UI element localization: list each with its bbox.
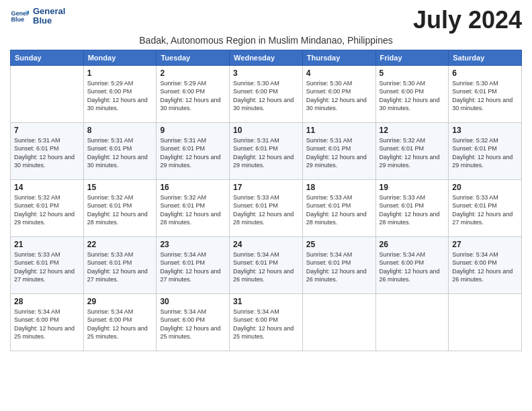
day-info: Sunrise: 5:32 AMSunset: 6:01 PMDaylight:… [160, 193, 226, 227]
day-info: Sunrise: 5:34 AMSunset: 6:00 PMDaylight:… [87, 308, 153, 341]
calendar-cell: 3Sunrise: 5:30 AMSunset: 6:00 PMDaylight… [230, 65, 303, 122]
day-number: 28 [14, 297, 80, 306]
calendar-cell: 24Sunrise: 5:34 AMSunset: 6:01 PMDayligh… [230, 236, 303, 293]
day-number: 31 [233, 297, 299, 306]
calendar-cell: 27Sunrise: 5:34 AMSunset: 6:00 PMDayligh… [449, 236, 522, 293]
calendar-cell [302, 293, 375, 351]
calendar-cell: 31Sunrise: 5:34 AMSunset: 6:00 PMDayligh… [230, 293, 303, 351]
calendar-cell: 10Sunrise: 5:31 AMSunset: 6:01 PMDayligh… [230, 122, 303, 179]
day-info: Sunrise: 5:34 AMSunset: 6:00 PMDaylight:… [160, 308, 226, 341]
calendar-cell: 28Sunrise: 5:34 AMSunset: 6:00 PMDayligh… [11, 293, 84, 351]
calendar-cell: 11Sunrise: 5:31 AMSunset: 6:01 PMDayligh… [302, 122, 375, 179]
calendar-cell: 18Sunrise: 5:33 AMSunset: 6:01 PMDayligh… [302, 179, 375, 236]
day-info: Sunrise: 5:34 AMSunset: 6:01 PMDaylight:… [160, 250, 226, 284]
day-number: 19 [380, 183, 445, 192]
calendar-cell: 23Sunrise: 5:34 AMSunset: 6:01 PMDayligh… [157, 236, 230, 293]
calendar-cell: 5Sunrise: 5:30 AMSunset: 6:00 PMDaylight… [375, 65, 449, 122]
calendar-cell [375, 293, 449, 351]
weekday-header-row: SundayMondayTuesdayWednesdayThursdayFrid… [11, 50, 522, 65]
day-info: Sunrise: 5:33 AMSunset: 6:01 PMDaylight:… [233, 193, 299, 227]
day-info: Sunrise: 5:31 AMSunset: 6:01 PMDaylight:… [14, 136, 80, 170]
calendar-week-row: 1Sunrise: 5:29 AMSunset: 6:00 PMDaylight… [11, 65, 522, 122]
day-info: Sunrise: 5:29 AMSunset: 6:00 PMDaylight:… [87, 79, 153, 113]
day-number: 5 [380, 68, 445, 78]
day-number: 7 [14, 126, 80, 135]
day-number: 18 [306, 183, 372, 192]
calendar-cell: 8Sunrise: 5:31 AMSunset: 6:01 PMDaylight… [83, 122, 157, 179]
calendar-cell: 22Sunrise: 5:33 AMSunset: 6:01 PMDayligh… [83, 236, 157, 293]
day-info: Sunrise: 5:33 AMSunset: 6:01 PMDaylight:… [380, 193, 445, 227]
day-info: Sunrise: 5:29 AMSunset: 6:00 PMDaylight:… [160, 79, 226, 113]
calendar-week-row: 14Sunrise: 5:32 AMSunset: 6:01 PMDayligh… [11, 179, 522, 236]
calendar-cell: 9Sunrise: 5:31 AMSunset: 6:01 PMDaylight… [157, 122, 230, 179]
calendar-cell: 6Sunrise: 5:30 AMSunset: 6:01 PMDaylight… [449, 65, 522, 122]
day-number: 9 [160, 126, 226, 135]
day-info: Sunrise: 5:30 AMSunset: 6:00 PMDaylight:… [233, 79, 299, 113]
calendar-cell: 29Sunrise: 5:34 AMSunset: 6:00 PMDayligh… [83, 293, 157, 351]
day-info: Sunrise: 5:34 AMSunset: 6:00 PMDaylight:… [14, 308, 80, 341]
calendar-cell: 7Sunrise: 5:31 AMSunset: 6:01 PMDaylight… [11, 122, 84, 179]
calendar-week-row: 7Sunrise: 5:31 AMSunset: 6:01 PMDaylight… [11, 122, 522, 179]
calendar-week-row: 21Sunrise: 5:33 AMSunset: 6:01 PMDayligh… [11, 236, 522, 293]
day-info: Sunrise: 5:31 AMSunset: 6:01 PMDaylight:… [87, 136, 153, 170]
calendar-cell: 19Sunrise: 5:33 AMSunset: 6:01 PMDayligh… [375, 179, 449, 236]
weekday-header-saturday: Saturday [449, 50, 522, 65]
day-info: Sunrise: 5:31 AMSunset: 6:01 PMDaylight:… [160, 136, 226, 170]
calendar-cell: 13Sunrise: 5:32 AMSunset: 6:01 PMDayligh… [449, 122, 522, 179]
day-number: 22 [87, 240, 153, 249]
logo-line1: General [33, 7, 65, 16]
day-info: Sunrise: 5:32 AMSunset: 6:01 PMDaylight:… [380, 136, 445, 170]
weekday-header-thursday: Thursday [302, 50, 375, 65]
calendar-cell: 2Sunrise: 5:29 AMSunset: 6:00 PMDaylight… [157, 65, 230, 122]
calendar-cell: 16Sunrise: 5:32 AMSunset: 6:01 PMDayligh… [157, 179, 230, 236]
weekday-header-friday: Friday [375, 50, 449, 65]
day-info: Sunrise: 5:31 AMSunset: 6:01 PMDaylight:… [306, 136, 372, 170]
calendar-cell: 15Sunrise: 5:32 AMSunset: 6:01 PMDayligh… [83, 179, 157, 236]
day-info: Sunrise: 5:30 AMSunset: 6:01 PMDaylight:… [452, 79, 518, 113]
calendar-cell: 14Sunrise: 5:32 AMSunset: 6:01 PMDayligh… [11, 179, 84, 236]
calendar-cell [449, 293, 522, 351]
logo: General Blue General Blue [10, 7, 65, 26]
day-number: 26 [380, 240, 445, 249]
weekday-header-wednesday: Wednesday [230, 50, 303, 65]
calendar-cell: 17Sunrise: 5:33 AMSunset: 6:01 PMDayligh… [230, 179, 303, 236]
location-subtitle: Badak, Autonomous Region in Muslim Minda… [10, 35, 522, 46]
calendar-cell: 30Sunrise: 5:34 AMSunset: 6:00 PMDayligh… [157, 293, 230, 351]
weekday-header-monday: Monday [83, 50, 157, 65]
weekday-header-tuesday: Tuesday [157, 50, 230, 65]
day-info: Sunrise: 5:34 AMSunset: 6:00 PMDaylight:… [452, 250, 518, 284]
day-number: 17 [233, 183, 299, 192]
day-info: Sunrise: 5:30 AMSunset: 6:00 PMDaylight:… [306, 79, 372, 113]
calendar-header: SundayMondayTuesdayWednesdayThursdayFrid… [11, 50, 522, 65]
day-number: 29 [87, 297, 153, 306]
svg-text:Blue: Blue [11, 16, 24, 23]
day-number: 27 [452, 240, 518, 249]
day-info: Sunrise: 5:33 AMSunset: 6:01 PMDaylight:… [14, 250, 80, 284]
day-number: 24 [233, 240, 299, 249]
day-number: 8 [87, 126, 153, 135]
day-number: 12 [380, 126, 445, 135]
calendar-cell [11, 65, 84, 122]
weekday-header-sunday: Sunday [11, 50, 84, 65]
day-number: 4 [306, 68, 372, 78]
general-blue-logo-icon: General Blue [10, 7, 29, 26]
day-info: Sunrise: 5:33 AMSunset: 6:01 PMDaylight:… [452, 193, 518, 227]
calendar-cell: 26Sunrise: 5:34 AMSunset: 6:00 PMDayligh… [375, 236, 449, 293]
day-info: Sunrise: 5:32 AMSunset: 6:01 PMDaylight:… [87, 193, 153, 227]
day-number: 1 [87, 68, 153, 78]
day-number: 13 [452, 126, 518, 135]
day-info: Sunrise: 5:32 AMSunset: 6:01 PMDaylight:… [452, 136, 518, 170]
day-number: 23 [160, 240, 226, 249]
day-info: Sunrise: 5:34 AMSunset: 6:00 PMDaylight:… [233, 308, 299, 341]
calendar-cell: 4Sunrise: 5:30 AMSunset: 6:00 PMDaylight… [302, 65, 375, 122]
day-info: Sunrise: 5:34 AMSunset: 6:01 PMDaylight:… [306, 250, 372, 284]
day-info: Sunrise: 5:31 AMSunset: 6:01 PMDaylight:… [233, 136, 299, 170]
day-number: 21 [14, 240, 80, 249]
day-number: 25 [306, 240, 372, 249]
calendar-cell: 1Sunrise: 5:29 AMSunset: 6:00 PMDaylight… [83, 65, 157, 122]
day-number: 11 [306, 126, 372, 135]
day-number: 15 [87, 183, 153, 192]
day-number: 10 [233, 126, 299, 135]
calendar-cell: 21Sunrise: 5:33 AMSunset: 6:01 PMDayligh… [11, 236, 84, 293]
calendar-cell: 12Sunrise: 5:32 AMSunset: 6:01 PMDayligh… [375, 122, 449, 179]
